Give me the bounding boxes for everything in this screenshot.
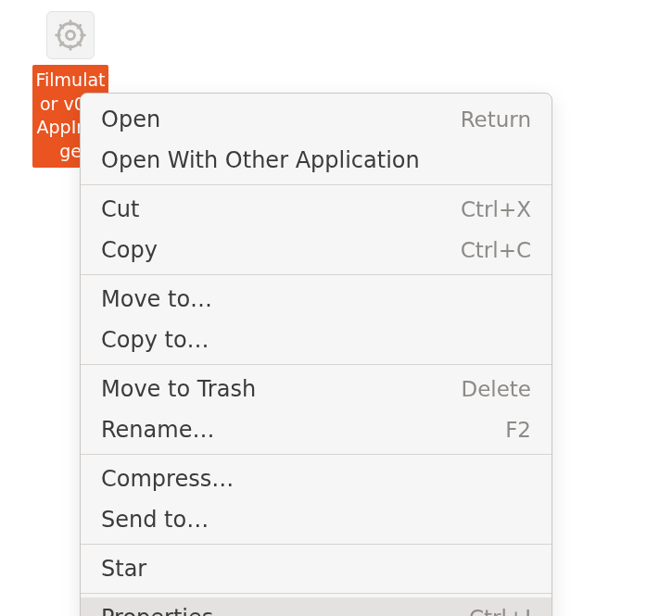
menu-item-move-to-trash[interactable]: Move to Trash Delete (81, 369, 552, 409)
menu-item-label: Star (101, 556, 146, 582)
menu-item-label: Copy (101, 237, 158, 263)
menu-separator (81, 454, 552, 455)
menu-item-label: Rename… (101, 417, 214, 443)
menu-item-open[interactable]: Open Return (81, 99, 552, 140)
menu-item-label: Move to… (101, 286, 212, 312)
svg-line-8 (60, 43, 63, 45)
menu-item-copy-to[interactable]: Copy to… (81, 320, 552, 360)
svg-point-1 (66, 31, 74, 39)
menu-item-label: Open (101, 107, 160, 132)
svg-line-9 (78, 25, 81, 28)
svg-line-6 (60, 25, 63, 28)
menu-separator (81, 544, 552, 545)
menu-separator (81, 593, 552, 594)
menu-item-label: Properties (101, 605, 213, 616)
menu-item-shortcut: Ctrl+X (461, 197, 531, 221)
menu-item-shortcut: Delete (461, 377, 531, 401)
menu-item-label: Move to Trash (101, 376, 256, 402)
menu-item-label: Copy to… (101, 327, 209, 353)
menu-item-compress[interactable]: Compress… (81, 459, 552, 499)
menu-separator (81, 364, 552, 365)
menu-item-star[interactable]: Star (81, 548, 552, 589)
menu-item-properties[interactable]: Properties Ctrl+I (81, 597, 552, 616)
menu-item-copy[interactable]: Copy Ctrl+C (81, 230, 552, 270)
file-context-menu: Open Return Open With Other Application … (80, 93, 552, 616)
menu-separator (81, 184, 552, 185)
menu-item-label: Open With Other Application (101, 147, 420, 173)
menu-item-shortcut: Return (461, 107, 531, 132)
menu-separator (81, 274, 552, 275)
menu-item-open-with[interactable]: Open With Other Application (81, 140, 552, 181)
menu-item-shortcut: Ctrl+I (469, 606, 531, 616)
menu-item-label: Compress… (101, 466, 234, 492)
menu-item-shortcut: Ctrl+C (461, 238, 531, 262)
app-gear-icon (46, 11, 95, 59)
menu-item-shortcut: F2 (505, 418, 531, 442)
menu-item-send-to[interactable]: Send to… (81, 499, 552, 540)
menu-item-move-to[interactable]: Move to… (81, 279, 552, 320)
menu-item-rename[interactable]: Rename… F2 (81, 409, 552, 450)
menu-item-label: Send to… (101, 507, 209, 533)
menu-item-label: Cut (101, 196, 139, 222)
svg-line-7 (78, 43, 81, 45)
menu-item-cut[interactable]: Cut Ctrl+X (81, 189, 552, 230)
